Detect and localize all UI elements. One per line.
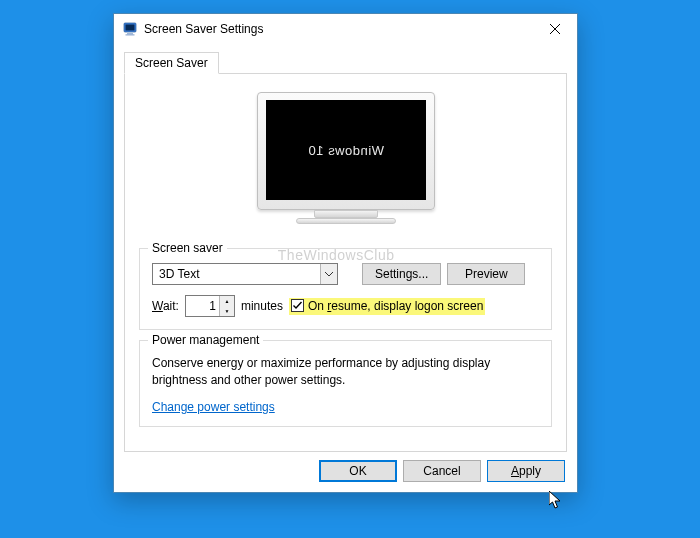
wait-input[interactable] <box>186 296 219 316</box>
wait-spinner[interactable]: ▲ ▼ <box>185 295 235 317</box>
svg-rect-2 <box>127 33 133 34</box>
power-description: Conserve energy or maximize performance … <box>152 355 539 390</box>
svg-rect-3 <box>126 34 135 35</box>
resume-label: On resume, display logon screen <box>308 299 483 313</box>
wait-label: Wait: <box>152 299 179 313</box>
tabstrip: Screen Saver <box>124 51 567 73</box>
spin-up-icon[interactable]: ▲ <box>220 296 234 306</box>
tab-screen-saver[interactable]: Screen Saver <box>124 52 219 74</box>
apply-button[interactable]: Apply <box>487 460 565 482</box>
ok-button[interactable]: OK <box>319 460 397 482</box>
change-power-settings-link[interactable]: Change power settings <box>152 400 275 414</box>
tab-body: Windows 10 TheWindowsClub Screen saver 3… <box>124 73 567 452</box>
chevron-down-icon <box>320 264 337 284</box>
mouse-cursor-icon <box>549 491 565 514</box>
svg-rect-1 <box>126 25 135 31</box>
window-title: Screen Saver Settings <box>144 22 532 36</box>
screen-saver-settings-dialog: Screen Saver Settings Screen Saver Windo… <box>113 13 578 493</box>
titlebar: Screen Saver Settings <box>114 14 577 44</box>
monitor-preview: Windows 10 <box>257 92 435 232</box>
power-group-label: Power management <box>148 333 263 347</box>
resume-highlight: On resume, display logon screen <box>289 298 485 315</box>
cancel-button[interactable]: Cancel <box>403 460 481 482</box>
settings-button[interactable]: Settings... <box>362 263 441 285</box>
dialog-footer: OK Cancel Apply <box>124 460 567 482</box>
screensaver-dropdown[interactable]: 3D Text <box>152 263 338 285</box>
screensaver-dropdown-value: 3D Text <box>153 267 320 281</box>
preview-button[interactable]: Preview <box>447 263 525 285</box>
screensaver-group-label: Screen saver <box>148 241 227 255</box>
resume-checkbox[interactable] <box>291 299 304 312</box>
minutes-label: minutes <box>241 299 283 313</box>
power-group: Power management Conserve energy or maxi… <box>139 340 552 427</box>
client-area: Screen Saver Windows 10 TheWindowsClub S… <box>114 44 577 492</box>
close-button[interactable] <box>532 14 577 44</box>
screensaver-preview-text: Windows 10 <box>266 100 426 200</box>
app-icon <box>122 21 138 37</box>
screensaver-group: Screen saver 3D Text Settings... Preview… <box>139 248 552 330</box>
spin-down-icon[interactable]: ▼ <box>220 306 234 316</box>
preview-area: Windows 10 TheWindowsClub <box>139 92 552 232</box>
